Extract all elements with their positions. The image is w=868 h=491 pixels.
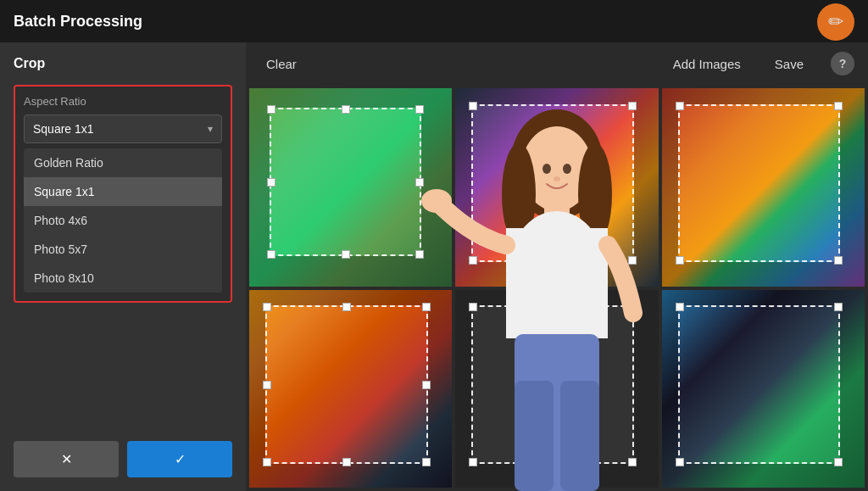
crop-handle-bm-4[interactable]: [342, 458, 351, 466]
crop-overlay-2: [471, 104, 633, 263]
cancel-button[interactable]: ✕: [14, 441, 119, 477]
grid-cell-2[interactable]: [455, 88, 658, 287]
add-images-button[interactable]: Add Images: [666, 53, 748, 75]
crop-handle-tr-3[interactable]: [834, 102, 843, 110]
crop-handle-br-1[interactable]: [415, 250, 424, 259]
toolbar: Clear Add Images Save ?: [246, 42, 868, 85]
dropdown-list: Golden Ratio Square 1x1 Photo 4x6 Photo …: [24, 148, 222, 293]
help-button[interactable]: ?: [831, 52, 854, 75]
crop-handle-tl-5[interactable]: [469, 303, 477, 311]
crop-handle-br-6[interactable]: [834, 458, 843, 466]
crop-handle-tr-2[interactable]: [628, 102, 637, 110]
crop-handle-tl-6[interactable]: [676, 303, 684, 311]
crop-handle-bl-1[interactable]: [267, 250, 275, 259]
pencil-icon: ✏: [828, 11, 843, 33]
cancel-icon: ✕: [61, 451, 72, 467]
crop-handle-bl-3[interactable]: [676, 256, 684, 265]
crop-handle-br-4[interactable]: [422, 458, 431, 466]
crop-handle-bl-4[interactable]: [263, 458, 271, 466]
crop-handle-br-5[interactable]: [628, 458, 637, 466]
aspect-ratio-label: Aspect Ratio: [24, 95, 222, 108]
crop-handle-tl-4[interactable]: [263, 303, 271, 311]
crop-handle-bm-1[interactable]: [342, 250, 350, 259]
app-title: Batch Processing: [14, 13, 142, 31]
crop-overlay-4: [265, 305, 427, 464]
crop-handle-tl-3[interactable]: [676, 102, 684, 110]
chevron-down-icon: ▾: [208, 123, 213, 135]
crop-handle-bl-6[interactable]: [676, 458, 684, 466]
dropdown-option-golden-ratio[interactable]: Golden Ratio: [24, 148, 222, 177]
crop-handle-bl-2[interactable]: [469, 256, 477, 265]
crop-handle-br-3[interactable]: [834, 256, 843, 265]
image-grid: [246, 85, 868, 491]
crop-handle-br-2[interactable]: [628, 256, 637, 265]
crop-handle-tr-1[interactable]: [415, 105, 424, 114]
dropdown-option-photo-8x10[interactable]: Photo 8x10: [24, 264, 222, 293]
clear-button[interactable]: Clear: [259, 53, 303, 75]
bottom-buttons: ✕ ✓: [14, 441, 232, 477]
right-panel: Clear Add Images Save ?: [246, 42, 868, 491]
crop-overlay-6: [678, 305, 840, 464]
crop-handle-ml-1[interactable]: [267, 178, 275, 187]
crop-handle-tr-6[interactable]: [834, 303, 843, 311]
save-button[interactable]: Save: [768, 53, 810, 75]
grid-cell-5[interactable]: [455, 290, 658, 488]
grid-cell-1[interactable]: [249, 88, 452, 287]
confirm-button[interactable]: ✓: [127, 441, 232, 477]
crop-handle-ml-4[interactable]: [263, 381, 271, 389]
crop-handle-mr-1[interactable]: [415, 178, 424, 187]
dropdown-option-photo-4x6[interactable]: Photo 4x6: [24, 206, 222, 235]
dropdown-option-square-1x1[interactable]: Square 1x1: [24, 177, 222, 206]
crop-overlay-3: [678, 104, 840, 263]
grid-cell-3[interactable]: [662, 88, 865, 287]
main-layout: Crop Aspect Ratio Square 1x1 ▾ Golden Ra…: [0, 42, 868, 491]
grid-cell-4[interactable]: [249, 290, 452, 488]
grid-cell-6[interactable]: [662, 290, 865, 488]
crop-overlay-5: [471, 305, 633, 464]
crop-handle-tr-4[interactable]: [422, 303, 431, 311]
confirm-icon: ✓: [175, 451, 186, 467]
crop-handle-tm-1[interactable]: [342, 105, 350, 114]
crop-handle-tr-5[interactable]: [628, 303, 637, 311]
crop-handle-tm-4[interactable]: [342, 303, 351, 311]
dropdown-selected-label: Square 1x1: [33, 122, 94, 136]
crop-handle-mr-4[interactable]: [422, 381, 431, 389]
left-panel: Crop Aspect Ratio Square 1x1 ▾ Golden Ra…: [0, 42, 246, 491]
crop-handle-tl-2[interactable]: [469, 102, 477, 110]
title-bar: Batch Processing ✏: [0, 0, 868, 42]
aspect-ratio-dropdown[interactable]: Square 1x1 ▾: [24, 114, 222, 143]
pencil-icon-button[interactable]: ✏: [817, 3, 854, 41]
panel-title: Crop: [14, 56, 232, 71]
crop-handle-bl-5[interactable]: [469, 458, 477, 466]
aspect-ratio-container: Aspect Ratio Square 1x1 ▾ Golden Ratio S…: [14, 85, 232, 303]
dropdown-option-photo-5x7[interactable]: Photo 5x7: [24, 235, 222, 264]
crop-overlay-1: [270, 108, 421, 256]
title-bar-left: Batch Processing: [14, 13, 142, 31]
crop-handle-tl-1[interactable]: [267, 105, 275, 114]
